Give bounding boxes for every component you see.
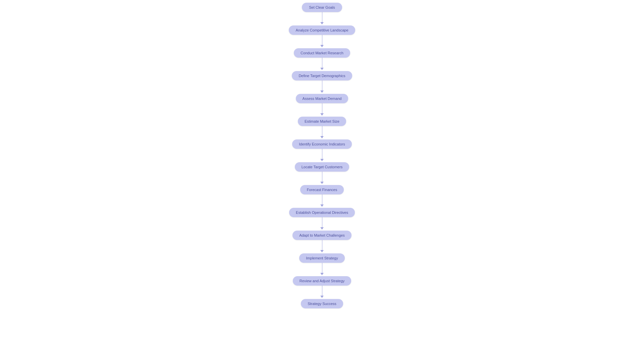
- flow-arrow-1: [320, 35, 324, 48]
- flow-arrow-9: [320, 217, 324, 231]
- flow-node-conduct-market-research[interactable]: Conduct Market Research: [294, 48, 350, 58]
- flowchart: Set Clear GoalsAnalyze Competitive Lands…: [0, 0, 644, 315]
- flow-arrow-8: [320, 194, 324, 208]
- flow-node-strategy-success[interactable]: Strategy Success: [301, 299, 343, 308]
- flow-arrow-6: [320, 149, 324, 162]
- flow-arrow-3: [320, 80, 324, 94]
- flow-node-implement-strategy[interactable]: Implement Strategy: [299, 253, 344, 263]
- flow-node-set-clear-goals[interactable]: Set Clear Goals: [302, 3, 342, 12]
- flow-node-assess-market-demand[interactable]: Assess Market Demand: [296, 94, 348, 103]
- flow-arrow-10: [320, 240, 324, 253]
- flow-arrow-2: [320, 58, 324, 71]
- flow-arrow-11: [320, 263, 324, 276]
- flow-node-define-target-demographics[interactable]: Define Target Demographics: [292, 71, 352, 80]
- flow-node-analyze-competitive-landscape[interactable]: Analyze Competitive Landscape: [289, 25, 355, 35]
- flow-node-establish-operational-directives[interactable]: Establish Operational Directives: [289, 208, 355, 217]
- flow-node-review-and-adjust-strategy[interactable]: Review and Adjust Strategy: [293, 276, 352, 286]
- flow-node-locate-target-customers[interactable]: Locate Target Customers: [295, 162, 350, 172]
- flow-node-estimate-market-size[interactable]: Estimate Market Size: [298, 117, 346, 126]
- flow-arrow-0: [320, 12, 324, 25]
- flow-arrow-7: [320, 172, 324, 185]
- flow-arrow-5: [320, 126, 324, 139]
- flow-arrow-12: [320, 286, 324, 299]
- flow-node-adapt-to-market-challenges[interactable]: Adapt to Market Challenges: [292, 231, 352, 240]
- flow-node-forecast-finances[interactable]: Forecast Finances: [300, 185, 344, 194]
- flow-arrow-4: [320, 103, 324, 117]
- flow-node-identify-economic-indicators[interactable]: Identify Economic Indicators: [292, 139, 352, 149]
